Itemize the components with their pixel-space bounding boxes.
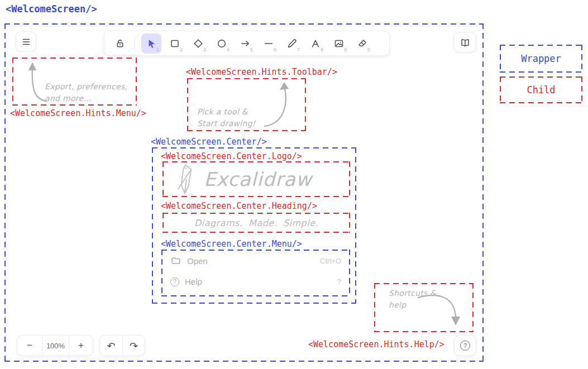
zoom-in-button[interactable]: + [69, 336, 93, 356]
tool-badge: 3 [203, 47, 206, 52]
text-tool-icon [310, 38, 321, 49]
diamond-icon [193, 38, 204, 49]
toolbar-divider [135, 37, 135, 50]
main-menu-button[interactable] [16, 31, 36, 52]
center-logo-label: <WelcomeScreen.Center.Logo/> [161, 151, 302, 161]
zoom-controls: − 100% + [17, 335, 93, 356]
tool-badge: 4 [227, 47, 230, 52]
tool-diamond[interactable]: 3 [188, 33, 208, 54]
plus-icon: + [78, 340, 84, 351]
redo-icon: ↷ [130, 340, 138, 352]
hints-menu-label: <WelcomeScreen.Hints.Menu/> [10, 108, 146, 118]
legend-child-label: Child [527, 84, 555, 95]
hand-drawn-arrow-down-icon [416, 289, 469, 329]
zoom-level-display[interactable]: 100% [42, 336, 69, 356]
menu-item-label: Open [187, 256, 208, 266]
legend-wrapper-box: Wrapper [500, 45, 582, 73]
hints-toolbar-box: Pick a tool & Start drawing! [187, 78, 306, 131]
tool-eraser[interactable]: 0 [352, 33, 372, 54]
tool-badge: 8 [321, 47, 323, 52]
tool-rectangle[interactable]: 2 [165, 33, 185, 54]
cursor-arrow-icon [146, 38, 157, 49]
menu-hint-text: Export, preferences, and more... [45, 81, 127, 104]
rectangle-icon [169, 38, 180, 49]
tool-draw[interactable]: 7 [282, 33, 302, 54]
image-icon [333, 38, 345, 49]
library-button[interactable] [453, 32, 476, 52]
tool-text[interactable]: 8 [305, 33, 326, 54]
menu-item-help[interactable]: ? Help ? [170, 277, 341, 286]
tool-line[interactable]: 6 [259, 33, 279, 54]
minus-icon: − [27, 340, 32, 351]
tool-badge: 2 [180, 47, 183, 52]
hints-help-box: Shortcuts & help [374, 283, 474, 332]
center-heading-label: <WelcomeScreen.Center.Heading/> [161, 201, 317, 211]
redo-button[interactable]: ↷ [122, 336, 145, 356]
undo-icon: ↶ [107, 340, 115, 352]
open-book-icon [460, 37, 471, 48]
unlocked-padlock-icon [114, 38, 126, 49]
arrow-icon [240, 38, 251, 49]
welcome-screen-annotation-figure: <WelcomeScreen/> 1 [0, 0, 588, 369]
tool-arrow[interactable]: 5 [235, 33, 255, 54]
undo-button[interactable]: ↶ [100, 336, 122, 356]
menu-item-label: Help [185, 277, 202, 286]
help-button[interactable]: ? [454, 335, 476, 356]
tool-badge: 1 [156, 47, 159, 52]
excalidraw-app-frame: 1 2 3 4 [4, 23, 484, 362]
ellipse-icon [216, 38, 227, 49]
logo-wordmark: Excalidraw [204, 168, 312, 190]
lock-tool-button[interactable] [112, 33, 128, 54]
menu-item-open[interactable]: Open Ctrl+O [170, 255, 341, 266]
tool-badge: 7 [297, 47, 300, 52]
tool-ellipse[interactable]: 4 [212, 33, 232, 54]
hints-toolbar-label: <WelcomeScreen.Hints.Toolbar/> [186, 67, 337, 77]
center-label: <WelcomeScreen.Center/> [151, 137, 267, 147]
tool-badge: 9 [344, 47, 347, 52]
tool-image[interactable]: 9 [329, 33, 349, 54]
toolbar-hint-text: Pick a tool & Start drawing! [197, 106, 256, 130]
center-menu-label: <WelcomeScreen.Center.Menu/> [161, 239, 302, 249]
history-controls: ↶ ↷ [99, 335, 145, 356]
hamburger-icon [21, 36, 32, 47]
excalidraw-logo-icon [175, 163, 196, 195]
hints-menu-box: Export, preferences, and more... [12, 57, 137, 106]
center-heading-box: Diagrams. Made. Simple. [162, 213, 350, 233]
question-circle-icon: ? [460, 341, 470, 351]
menu-item-shortcut: Ctrl+O [320, 257, 341, 265]
center-logo-box: Excalidraw [162, 161, 350, 197]
legend-child-box: Child [500, 76, 582, 103]
folder-open-icon [170, 255, 181, 266]
hand-drawn-arrow-up-icon [262, 80, 296, 130]
question-circle-icon: ? [170, 277, 179, 286]
tool-selection[interactable]: 1 [141, 33, 161, 54]
line-icon [263, 38, 274, 49]
eraser-icon [357, 38, 368, 49]
tool-badge: 0 [367, 47, 370, 52]
tool-badge: 6 [274, 47, 276, 52]
hints-help-label: <WelcomeScreen.Hints.Help/> [308, 339, 444, 349]
menu-item-shortcut: ? [337, 277, 341, 286]
center-menu-box: Open Ctrl+O ? Help ? [161, 250, 350, 296]
heading-text: Diagrams. Made. Simple. [194, 218, 318, 228]
center-box: <WelcomeScreen.Center.Logo/> Excalidraw … [152, 147, 356, 304]
pencil-icon [286, 38, 298, 49]
tool-badge: 5 [250, 47, 253, 52]
toolbar: 1 2 3 4 [104, 31, 390, 56]
root-component-label: <WelcomeScreen/> [6, 3, 97, 15]
zoom-out-button[interactable]: − [17, 336, 42, 356]
legend-wrapper-label: Wrapper [521, 53, 561, 64]
